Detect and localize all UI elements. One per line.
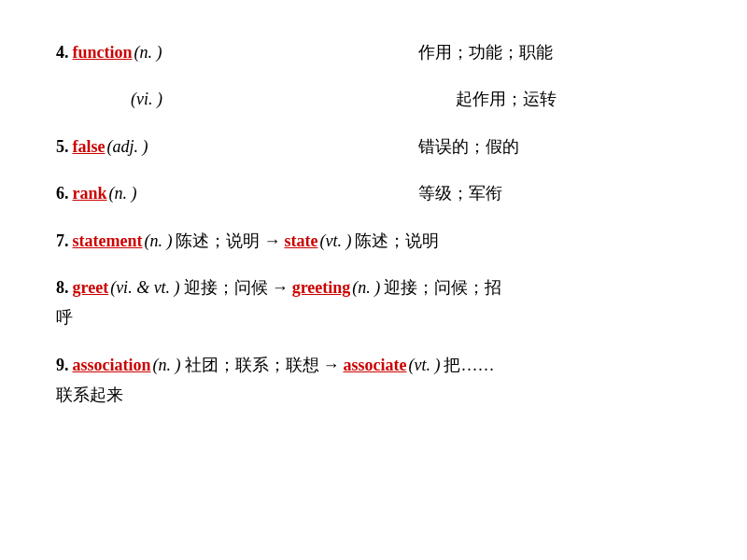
entry-9: 9. association (n. ) 社团；联系；联想 → associat… (56, 350, 691, 411)
entry-4-word: function (73, 37, 133, 67)
entry-8-text2-cont: 呼 (56, 302, 73, 332)
entry-8-pos2: (n. ) (352, 273, 380, 302)
entry-9-number: 9. (56, 350, 69, 380)
entry-8: 8. greet (vi. & vt. ) 迎接；问候 → greeting (… (56, 273, 691, 333)
entry-5-word: false (73, 132, 106, 161)
entry-7-text1: 陈述；说明 (176, 226, 260, 256)
entry-6-word: rank (73, 178, 107, 208)
entry-7-pos2: (vt. ) (319, 226, 351, 256)
entry-5-pos: (adj. ) (107, 132, 148, 161)
entry-9-pos2: (vt. ) (409, 350, 441, 380)
entry-9-text2: 把…… (444, 350, 494, 380)
entry-6-pos: (n. ) (109, 178, 137, 208)
entry-5: 5. false (adj. ) 错误的；假的 (56, 132, 691, 161)
entry-8-pos: (vi. & vt. ) (110, 273, 179, 302)
entry-4-sub: (vi. ) 起作用；运转 (56, 84, 691, 114)
entry-6-def: 等级；军衔 (418, 178, 502, 208)
entry-7: 7. statement (n. ) 陈述；说明 → state (vt. ) … (56, 226, 691, 256)
entry-6-number: 6. (56, 178, 69, 208)
entry-4-number: 4. (56, 37, 69, 67)
entry-4-def: 作用；功能；职能 (418, 37, 553, 67)
entry-7-word2: state (284, 226, 317, 256)
entry-8-number: 8. (56, 273, 69, 302)
entry-8-arrow: → (272, 273, 289, 302)
entry-4: 4. function (n. ) 作用；功能；职能 (56, 37, 691, 67)
entry-9-pos: (n. ) (153, 350, 181, 380)
entry-7-pos: (n. ) (144, 226, 172, 256)
main-content: 4. function (n. ) 作用；功能；职能 (vi. ) 起作用；运转… (0, 0, 747, 465)
entry-8-word: greet (73, 273, 109, 302)
entry-9-arrow: → (323, 350, 340, 380)
entry-7-text2: 陈述；说明 (355, 226, 439, 256)
entry-5-def: 错误的；假的 (418, 132, 519, 161)
entry-5-number: 5. (56, 132, 69, 161)
entry-9-word: association (73, 350, 151, 380)
entry-8-text2: 迎接；问候；招 (384, 273, 501, 302)
entry-9-text2-cont: 联系起来 (56, 380, 123, 410)
entry-8-word2: greeting (292, 273, 351, 302)
entry-4-sub-def: 起作用；运转 (456, 84, 557, 114)
entry-6: 6. rank (n. ) 等级；军衔 (56, 178, 691, 208)
entry-9-text1: 社团；联系；联想 (185, 350, 319, 380)
entry-7-word: statement (73, 226, 143, 256)
entry-7-arrow: → (263, 226, 280, 256)
entry-7-number: 7. (56, 226, 69, 256)
entry-9-word2: associate (344, 350, 407, 380)
entry-4-sub-pos: (vi. ) (131, 84, 162, 114)
entry-8-text1: 迎接；问候 (184, 273, 268, 302)
entry-4-pos: (n. ) (134, 37, 162, 67)
